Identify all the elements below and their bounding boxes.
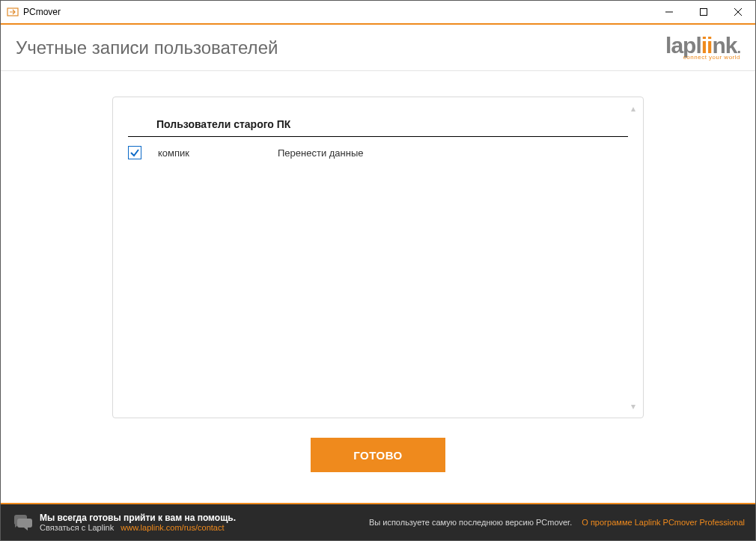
app-icon: [7, 6, 19, 18]
window-title: PCmover: [23, 7, 61, 17]
footer: Мы всегда готовы прийти к вам на помощь.…: [1, 503, 755, 540]
footer-right: Вы используете самую последнюю версию PC…: [369, 518, 745, 527]
version-text: Вы используете самую последнюю версию PC…: [369, 518, 572, 527]
section-divider: [128, 136, 628, 137]
laplink-logo: lapliink. connect your world: [665, 35, 740, 61]
user-name: компик: [158, 147, 278, 159]
logo-tagline: connect your world: [683, 54, 740, 61]
svg-rect-2: [701, 9, 707, 16]
users-card: ▴ Пользователи старого ПК компик Перенес…: [112, 97, 644, 418]
done-button[interactable]: ГОТОВО: [311, 438, 445, 472]
app-window: PCmover Учетные записи пользователей lap…: [0, 0, 756, 541]
footer-left: Мы всегда готовы прийти к вам на помощь.…: [40, 513, 236, 532]
section-title: Пользователи старого ПК: [128, 118, 628, 136]
titlebar: PCmover: [1, 1, 755, 23]
contact-link[interactable]: www.laplink.com/rus/contact: [121, 523, 224, 532]
check-icon: [129, 147, 140, 158]
contact-label: Связаться с Laplink: [40, 523, 114, 532]
scroll-up-icon[interactable]: ▴: [631, 103, 635, 114]
chat-icon: [11, 512, 32, 533]
page-title: Учетные записи пользователей: [16, 37, 278, 58]
help-line: Мы всегда готовы прийти к вам на помощь.: [40, 513, 236, 523]
user-action: Перенести данные: [278, 147, 364, 159]
scroll-down-icon[interactable]: ▾: [631, 401, 635, 412]
maximize-button[interactable]: [686, 1, 721, 23]
close-button[interactable]: [721, 1, 755, 23]
content-area: ▴ Пользователи старого ПК компик Перенес…: [1, 71, 755, 503]
logo-word: lapliink.: [665, 35, 740, 55]
user-row[interactable]: компик Перенести данные: [128, 144, 628, 161]
about-link[interactable]: О программе Laplink PCmover Professional: [582, 518, 745, 527]
minimize-button[interactable]: [652, 1, 686, 23]
page-header: Учетные записи пользователей lapliink. c…: [1, 25, 755, 71]
user-checkbox[interactable]: [128, 146, 141, 159]
